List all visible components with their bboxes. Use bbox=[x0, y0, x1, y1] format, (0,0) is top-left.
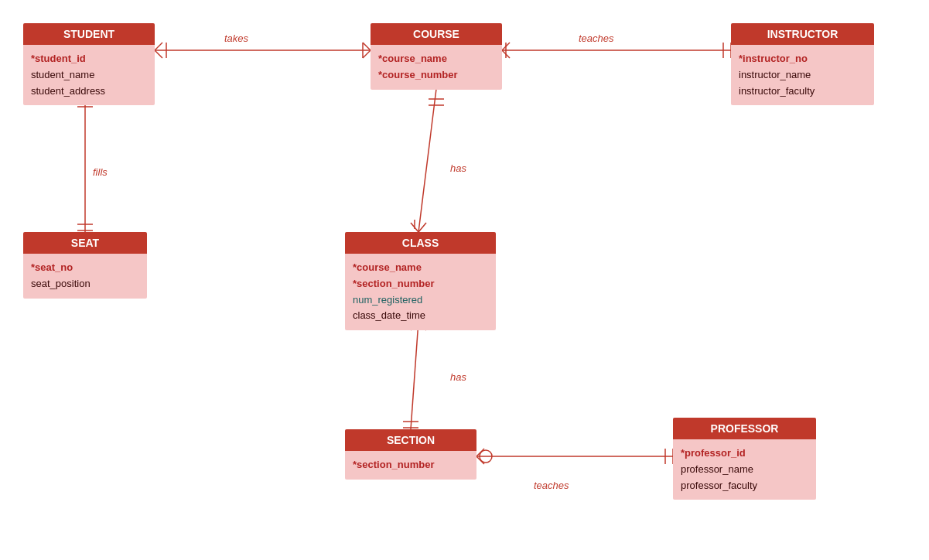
field-course-name: *course_name bbox=[378, 51, 494, 67]
rel-has-class-section: has bbox=[450, 371, 466, 383]
entity-class-header: CLASS bbox=[345, 232, 496, 254]
entity-seat-body: *seat_no seat_position bbox=[23, 254, 147, 299]
rel-teaches-instructor: teaches bbox=[579, 32, 614, 44]
field-instructor-no: *instructor_no bbox=[739, 51, 866, 67]
field-class-course-name: *course_name bbox=[353, 260, 488, 276]
entity-seat-header: SEAT bbox=[23, 232, 147, 254]
svg-line-6 bbox=[363, 43, 371, 50]
entity-student: STUDENT *student_id student_name student… bbox=[23, 23, 155, 105]
svg-line-1 bbox=[155, 43, 162, 50]
field-student-name: student_name bbox=[31, 67, 147, 84]
svg-line-34 bbox=[476, 456, 484, 464]
field-student-address: student_address bbox=[31, 84, 147, 100]
field-class-date-time: class_date_time bbox=[353, 308, 488, 324]
rel-teaches-professor: teaches bbox=[534, 480, 569, 491]
entity-class: CLASS *course_name *section_number num_r… bbox=[345, 232, 496, 330]
entity-class-body: *course_name *section_number num_registe… bbox=[345, 254, 496, 330]
entity-instructor-header: INSTRUCTOR bbox=[731, 23, 874, 45]
svg-line-9 bbox=[502, 43, 510, 50]
entity-student-header: STUDENT bbox=[23, 23, 155, 45]
field-class-num-registered: num_registered bbox=[353, 292, 488, 309]
rel-fills: fills bbox=[93, 166, 108, 178]
entity-course: COURSE *course_name *course_number bbox=[371, 23, 502, 90]
field-professor-faculty: professor_faculty bbox=[681, 478, 808, 494]
svg-line-26 bbox=[411, 321, 418, 429]
entity-section-body: *section_number bbox=[345, 451, 476, 480]
field-instructor-faculty: instructor_faculty bbox=[739, 84, 866, 100]
field-student-id: *student_id bbox=[31, 51, 147, 67]
svg-point-32 bbox=[480, 450, 492, 463]
field-professor-name: professor_name bbox=[681, 462, 808, 478]
field-course-number: *course_number bbox=[378, 67, 494, 84]
svg-line-20 bbox=[418, 89, 436, 232]
entity-seat: SEAT *seat_no seat_position bbox=[23, 232, 147, 299]
svg-line-10 bbox=[502, 50, 510, 58]
svg-line-7 bbox=[363, 50, 371, 58]
entity-professor-body: *professor_id professor_name professor_f… bbox=[673, 439, 816, 500]
entity-instructor: INSTRUCTOR *instructor_no instructor_nam… bbox=[731, 23, 874, 105]
rel-has-course-class: has bbox=[450, 162, 466, 174]
entity-student-body: *student_id student_name student_address bbox=[23, 45, 155, 105]
entity-section: SECTION *section_number bbox=[345, 429, 476, 480]
field-seat-no: *seat_no bbox=[31, 260, 139, 276]
svg-line-23 bbox=[411, 223, 418, 232]
field-section-number: *section_number bbox=[353, 457, 469, 473]
entity-course-header: COURSE bbox=[371, 23, 502, 45]
entity-section-header: SECTION bbox=[345, 429, 476, 451]
field-instructor-name: instructor_name bbox=[739, 67, 866, 84]
svg-line-33 bbox=[476, 449, 484, 456]
entity-professor: PROFESSOR *professor_id professor_name p… bbox=[673, 418, 816, 500]
entity-course-body: *course_name *course_number bbox=[371, 45, 502, 90]
entity-professor-header: PROFESSOR bbox=[673, 418, 816, 439]
diagram-canvas: STUDENT *student_id student_name student… bbox=[0, 0, 929, 560]
field-class-section-number: *section_number bbox=[353, 276, 488, 292]
field-seat-position: seat_position bbox=[31, 276, 139, 292]
field-professor-id: *professor_id bbox=[681, 446, 808, 462]
rel-takes: takes bbox=[224, 32, 248, 44]
svg-line-2 bbox=[155, 50, 162, 58]
entity-instructor-body: *instructor_no instructor_name instructo… bbox=[731, 45, 874, 105]
svg-line-24 bbox=[418, 223, 426, 232]
